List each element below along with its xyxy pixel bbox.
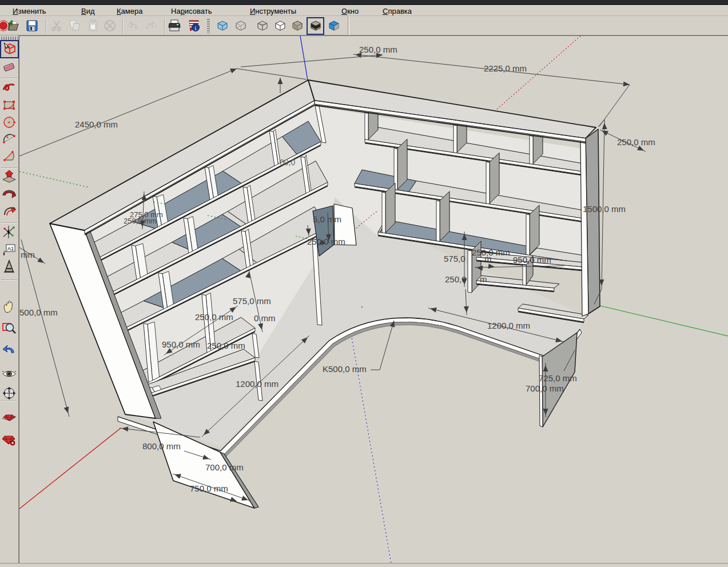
svg-text:800,0 mm: 800,0 mm xyxy=(142,441,181,451)
svg-text:1200,0 mm: 1200,0 mm xyxy=(487,321,530,330)
svg-text:250,0 mm: 250,0 mm xyxy=(617,137,655,147)
svg-text:2450,0 mm: 2450,0 mm xyxy=(75,119,118,129)
svg-text:700,0 mm: 700,0 mm xyxy=(205,462,244,472)
svg-text:700,0 mm: 700,0 mm xyxy=(526,384,564,393)
svg-text:575,0 mm: 575,0 mm xyxy=(233,296,271,306)
svg-text:250,0 mm: 250,0 mm xyxy=(195,312,233,322)
svg-text:250,0 mm: 250,0 mm xyxy=(124,217,157,225)
svg-text:A1: A1 xyxy=(7,246,14,251)
svg-text:2225,0 mm: 2225,0 mm xyxy=(484,63,527,73)
svg-text:250,0 mm: 250,0 mm xyxy=(359,45,397,54)
svg-text:C: C xyxy=(8,389,10,393)
svg-text:0 mm: 0 mm xyxy=(254,313,276,323)
svg-text:m: m xyxy=(480,274,487,284)
svg-text:950,0 mm: 950,0 mm xyxy=(513,255,551,265)
svg-text:5,0 mm: 5,0 mm xyxy=(313,214,341,224)
svg-text:1200,0 mm: 1200,0 mm xyxy=(236,379,279,389)
svg-text:950,0 mm: 950,0 mm xyxy=(162,340,200,349)
svg-text:mm: mm xyxy=(21,250,35,259)
svg-text:250,0 mm: 250,0 mm xyxy=(472,247,510,257)
svg-text:500,0 mm: 500,0 mm xyxy=(19,308,58,317)
svg-text:725,0 mm: 725,0 mm xyxy=(539,373,577,383)
svg-text:750,0 mm: 750,0 mm xyxy=(190,484,228,493)
svg-text:250,0 mm: 250,0 mm xyxy=(207,341,245,350)
svg-text:K500,0 mm: K500,0 mm xyxy=(323,364,367,374)
svg-text:1500,0 mm: 1500,0 mm xyxy=(583,204,626,214)
svg-text:250,0 mm: 250,0 mm xyxy=(307,237,345,246)
svg-text:575,0: 575,0 xyxy=(444,254,466,263)
svg-text:250,0: 250,0 xyxy=(445,274,467,284)
svg-text:i: i xyxy=(194,25,196,31)
svg-text:00,0: 00,0 xyxy=(280,158,295,167)
